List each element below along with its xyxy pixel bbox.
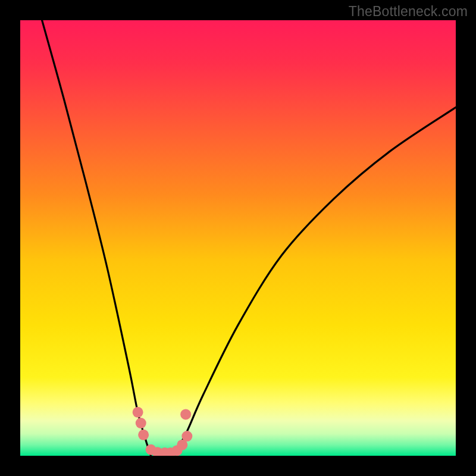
right-curve — [173, 107, 456, 456]
watermark-text: TheBottleneck.com — [349, 4, 468, 20]
left-curve — [42, 20, 151, 456]
data-marker — [181, 431, 192, 441]
data-marker — [138, 430, 149, 440]
curve-layer — [20, 20, 456, 456]
plot-area — [20, 20, 456, 456]
data-marker — [180, 409, 191, 419]
data-marker — [133, 407, 143, 418]
marker-group — [133, 407, 193, 456]
chart-frame: TheBottleneck.com — [0, 0, 476, 476]
data-marker — [136, 418, 146, 428]
